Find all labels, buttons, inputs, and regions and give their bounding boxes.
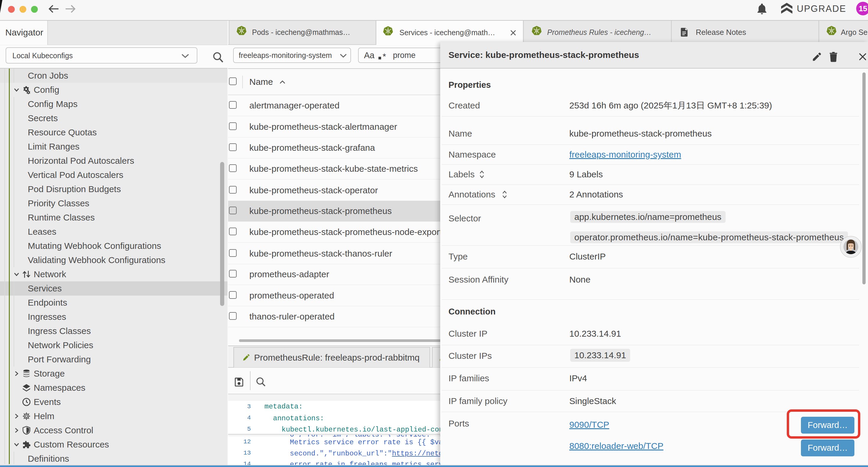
svg-text:*: * bbox=[382, 52, 386, 61]
